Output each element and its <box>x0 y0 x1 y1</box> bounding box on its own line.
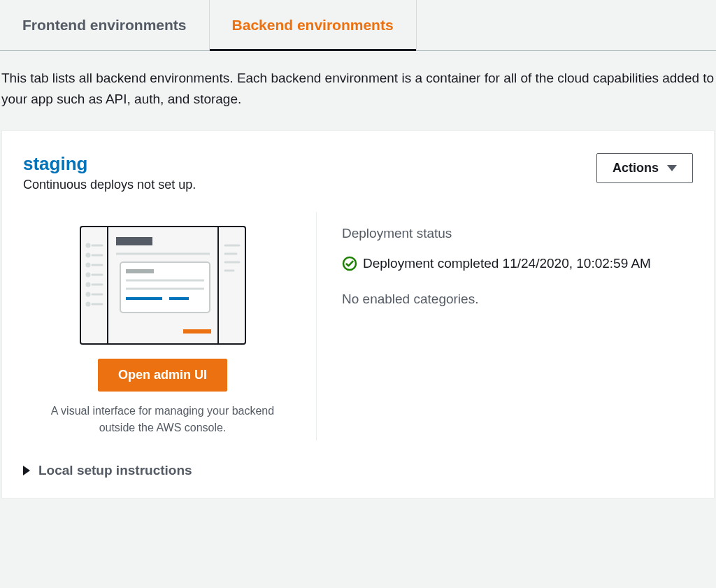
tab-frontend-environments[interactable]: Frontend environments <box>0 0 210 50</box>
environment-header: staging Continuous deploys not set up. A… <box>23 153 693 192</box>
svg-point-11 <box>87 283 90 286</box>
deployment-status-heading: Deployment status <box>342 226 693 241</box>
environment-name-link[interactable]: staging <box>23 153 196 175</box>
tab-description: This tab lists all backend environments.… <box>0 51 716 130</box>
svg-point-9 <box>87 273 90 276</box>
deployment-status-row: Deployment completed 11/24/2020, 10:02:5… <box>342 254 693 274</box>
actions-label: Actions <box>613 161 659 175</box>
categories-text: No enabled categories. <box>342 292 693 307</box>
deployment-panel: Deployment status Deployment completed 1… <box>317 212 693 440</box>
caret-down-icon <box>667 165 677 171</box>
svg-point-3 <box>87 244 90 247</box>
actions-dropdown-button[interactable]: Actions <box>596 153 693 183</box>
deployment-status-text: Deployment completed 11/24/2020, 10:02:5… <box>363 254 651 274</box>
local-setup-expander[interactable]: Local setup instructions <box>23 463 693 478</box>
caret-right-icon <box>23 466 30 475</box>
svg-point-13 <box>87 293 90 296</box>
admin-ui-illustration <box>80 226 246 345</box>
svg-rect-29 <box>183 329 211 334</box>
check-circle-icon <box>342 256 357 271</box>
svg-point-15 <box>87 303 90 306</box>
continuous-deploys-status: Continuous deploys not set up. <box>23 178 196 192</box>
svg-point-5 <box>87 254 90 257</box>
tab-backend-environments[interactable]: Backend environments <box>210 0 417 50</box>
open-admin-ui-button[interactable]: Open admin UI <box>98 359 227 392</box>
svg-point-7 <box>87 264 90 266</box>
local-setup-label: Local setup instructions <box>38 463 192 478</box>
svg-rect-21 <box>116 237 152 245</box>
environment-body: Open admin UI A visual interface for man… <box>23 212 693 440</box>
svg-rect-24 <box>126 269 154 273</box>
environment-card: staging Continuous deploys not set up. A… <box>1 130 715 499</box>
admin-ui-panel: Open admin UI A visual interface for man… <box>23 212 317 440</box>
admin-ui-description: A visual interface for managing your bac… <box>23 403 302 436</box>
tab-bar: Frontend environments Backend environmen… <box>0 0 716 51</box>
